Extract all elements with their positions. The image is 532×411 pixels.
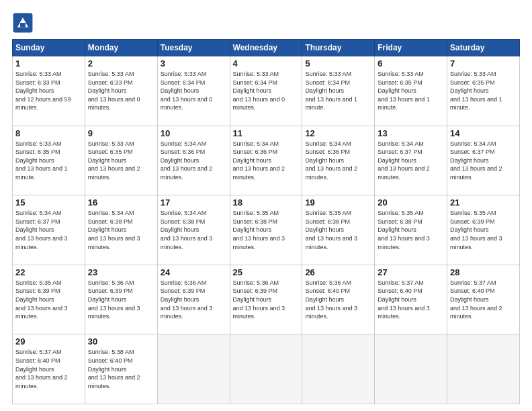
- calendar-cell: 26 Sunrise: 5:36 AM Sunset: 6:40 PM Dayl…: [302, 265, 375, 334]
- day-info: Sunrise: 5:38 AM Sunset: 6:40 PM Dayligh…: [88, 348, 154, 390]
- calendar-cell: 17 Sunrise: 5:34 AM Sunset: 6:38 PM Dayl…: [157, 195, 230, 265]
- day-info: Sunrise: 5:34 AM Sunset: 6:36 PM Dayligh…: [233, 140, 300, 182]
- calendar-cell: 24 Sunrise: 5:36 AM Sunset: 6:39 PM Dayl…: [157, 265, 230, 334]
- day-number: 16: [88, 197, 154, 208]
- day-info: Sunrise: 5:35 AM Sunset: 6:38 PM Dayligh…: [233, 209, 300, 251]
- calendar-cell: 12 Sunrise: 5:34 AM Sunset: 6:36 PM Dayl…: [302, 126, 375, 195]
- logo: [12, 12, 36, 34]
- day-number: 30: [88, 336, 154, 347]
- calendar-cell: 10 Sunrise: 5:34 AM Sunset: 6:36 PM Dayl…: [157, 126, 230, 195]
- calendar-cell: 23 Sunrise: 5:36 AM Sunset: 6:39 PM Dayl…: [85, 265, 157, 334]
- day-info: Sunrise: 5:36 AM Sunset: 6:39 PM Dayligh…: [88, 279, 154, 321]
- day-number: 27: [378, 267, 444, 277]
- calendar-cell: 14 Sunrise: 5:34 AM Sunset: 6:37 PM Dayl…: [447, 126, 520, 195]
- day-number: 15: [15, 197, 82, 208]
- calendar-cell: 5 Sunrise: 5:33 AM Sunset: 6:34 PM Dayli…: [302, 56, 375, 126]
- weekday-header-row: Sunday Monday Tuesday Wednesday Thursday…: [13, 40, 520, 56]
- header-saturday: Saturday: [447, 40, 520, 56]
- header-monday: Monday: [85, 40, 157, 56]
- day-info: Sunrise: 5:33 AM Sunset: 6:34 PM Dayligh…: [305, 70, 371, 112]
- calendar-cell: [447, 334, 520, 404]
- day-info: Sunrise: 5:33 AM Sunset: 6:35 PM Dayligh…: [450, 70, 517, 112]
- day-number: 12: [305, 128, 371, 138]
- day-info: Sunrise: 5:36 AM Sunset: 6:39 PM Dayligh…: [161, 279, 227, 321]
- header-wednesday: Wednesday: [230, 40, 302, 56]
- day-info: Sunrise: 5:35 AM Sunset: 6:38 PM Dayligh…: [305, 209, 371, 251]
- calendar-cell: [230, 334, 302, 404]
- calendar-cell: 27 Sunrise: 5:37 AM Sunset: 6:40 PM Dayl…: [375, 265, 447, 334]
- calendar-cell: 19 Sunrise: 5:35 AM Sunset: 6:38 PM Dayl…: [302, 195, 375, 265]
- calendar-cell: 4 Sunrise: 5:33 AM Sunset: 6:34 PM Dayli…: [230, 56, 302, 126]
- day-number: 5: [305, 58, 371, 68]
- day-number: 24: [161, 267, 227, 277]
- calendar-cell: 8 Sunrise: 5:33 AM Sunset: 6:35 PM Dayli…: [13, 126, 85, 195]
- day-number: 11: [233, 128, 300, 138]
- day-number: 22: [15, 267, 82, 277]
- day-info: Sunrise: 5:35 AM Sunset: 6:39 PM Dayligh…: [15, 279, 82, 321]
- calendar-cell: 2 Sunrise: 5:33 AM Sunset: 6:33 PM Dayli…: [85, 56, 157, 126]
- calendar-cell: 11 Sunrise: 5:34 AM Sunset: 6:36 PM Dayl…: [230, 126, 302, 195]
- day-number: 8: [15, 128, 82, 138]
- day-info: Sunrise: 5:35 AM Sunset: 6:39 PM Dayligh…: [450, 209, 517, 251]
- page: Sunday Monday Tuesday Wednesday Thursday…: [0, 0, 532, 411]
- day-info: Sunrise: 5:34 AM Sunset: 6:38 PM Dayligh…: [88, 209, 154, 251]
- day-number: 7: [450, 58, 517, 68]
- calendar-cell: 30 Sunrise: 5:38 AM Sunset: 6:40 PM Dayl…: [85, 334, 157, 404]
- day-info: Sunrise: 5:36 AM Sunset: 6:40 PM Dayligh…: [305, 279, 371, 321]
- calendar-cell: 1 Sunrise: 5:33 AM Sunset: 6:33 PM Dayli…: [13, 56, 85, 126]
- calendar-cell: 3 Sunrise: 5:33 AM Sunset: 6:34 PM Dayli…: [157, 56, 230, 126]
- day-info: Sunrise: 5:36 AM Sunset: 6:39 PM Dayligh…: [233, 279, 300, 321]
- day-number: 6: [378, 58, 444, 68]
- header-friday: Friday: [375, 40, 447, 56]
- calendar-cell: 15 Sunrise: 5:34 AM Sunset: 6:37 PM Dayl…: [13, 195, 85, 265]
- day-info: Sunrise: 5:33 AM Sunset: 6:35 PM Dayligh…: [88, 140, 154, 182]
- day-number: 9: [88, 128, 154, 138]
- day-info: Sunrise: 5:33 AM Sunset: 6:33 PM Dayligh…: [88, 70, 154, 112]
- day-info: Sunrise: 5:37 AM Sunset: 6:40 PM Dayligh…: [15, 348, 82, 390]
- day-number: 20: [378, 197, 444, 208]
- day-info: Sunrise: 5:34 AM Sunset: 6:37 PM Dayligh…: [15, 209, 82, 251]
- day-number: 14: [450, 128, 517, 138]
- day-number: 21: [450, 197, 517, 208]
- day-number: 28: [450, 267, 517, 277]
- calendar-cell: 29 Sunrise: 5:37 AM Sunset: 6:40 PM Dayl…: [13, 334, 85, 404]
- calendar-cell: 16 Sunrise: 5:34 AM Sunset: 6:38 PM Dayl…: [85, 195, 157, 265]
- day-number: 26: [305, 267, 371, 277]
- calendar-cell: 20 Sunrise: 5:35 AM Sunset: 6:38 PM Dayl…: [375, 195, 447, 265]
- calendar-cell: 28 Sunrise: 5:37 AM Sunset: 6:40 PM Dayl…: [447, 265, 520, 334]
- day-info: Sunrise: 5:34 AM Sunset: 6:37 PM Dayligh…: [450, 140, 517, 182]
- calendar-cell: [157, 334, 230, 404]
- day-number: 19: [305, 197, 371, 208]
- day-info: Sunrise: 5:35 AM Sunset: 6:38 PM Dayligh…: [378, 209, 444, 251]
- day-number: 1: [15, 58, 82, 68]
- day-info: Sunrise: 5:34 AM Sunset: 6:36 PM Dayligh…: [305, 140, 371, 182]
- calendar-cell: 25 Sunrise: 5:36 AM Sunset: 6:39 PM Dayl…: [230, 265, 302, 334]
- calendar-table: Sunday Monday Tuesday Wednesday Thursday…: [12, 39, 520, 404]
- day-info: Sunrise: 5:33 AM Sunset: 6:35 PM Dayligh…: [15, 140, 82, 182]
- day-number: 25: [233, 267, 300, 277]
- header-sunday: Sunday: [13, 40, 85, 56]
- day-info: Sunrise: 5:37 AM Sunset: 6:40 PM Dayligh…: [450, 279, 517, 321]
- header-thursday: Thursday: [302, 40, 375, 56]
- calendar-cell: 21 Sunrise: 5:35 AM Sunset: 6:39 PM Dayl…: [447, 195, 520, 265]
- day-info: Sunrise: 5:34 AM Sunset: 6:38 PM Dayligh…: [161, 209, 227, 251]
- day-number: 23: [88, 267, 154, 277]
- calendar-cell: 18 Sunrise: 5:35 AM Sunset: 6:38 PM Dayl…: [230, 195, 302, 265]
- day-info: Sunrise: 5:37 AM Sunset: 6:40 PM Dayligh…: [378, 279, 444, 321]
- day-number: 2: [88, 58, 154, 68]
- header-tuesday: Tuesday: [157, 40, 230, 56]
- calendar-cell: 9 Sunrise: 5:33 AM Sunset: 6:35 PM Dayli…: [85, 126, 157, 195]
- logo-icon: [12, 12, 34, 34]
- calendar-cell: 6 Sunrise: 5:33 AM Sunset: 6:35 PM Dayli…: [375, 56, 447, 126]
- day-number: 18: [233, 197, 300, 208]
- svg-rect-2: [20, 23, 26, 27]
- day-number: 13: [378, 128, 444, 138]
- day-info: Sunrise: 5:33 AM Sunset: 6:34 PM Dayligh…: [233, 70, 300, 112]
- calendar-cell: 22 Sunrise: 5:35 AM Sunset: 6:39 PM Dayl…: [13, 265, 85, 334]
- calendar-cell: 7 Sunrise: 5:33 AM Sunset: 6:35 PM Dayli…: [447, 56, 520, 126]
- day-info: Sunrise: 5:33 AM Sunset: 6:34 PM Dayligh…: [161, 70, 227, 112]
- header: [12, 12, 520, 34]
- calendar-cell: 13 Sunrise: 5:34 AM Sunset: 6:37 PM Dayl…: [375, 126, 447, 195]
- day-info: Sunrise: 5:33 AM Sunset: 6:33 PM Dayligh…: [15, 70, 82, 112]
- calendar-cell: [375, 334, 447, 404]
